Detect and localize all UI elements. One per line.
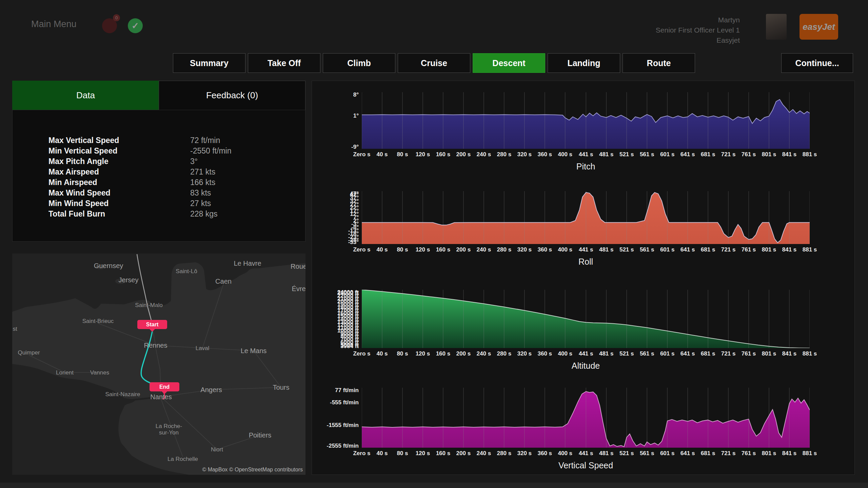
roll-area xyxy=(362,192,810,244)
altitude-area xyxy=(362,290,810,348)
chart-title: Pitch xyxy=(362,162,810,171)
y-axis-label: -9° xyxy=(312,144,359,150)
water-channel xyxy=(12,253,305,312)
x-axis-label: 881 s xyxy=(794,246,825,253)
altitude-plot xyxy=(362,290,810,348)
y-axis-label: -555 ft/min xyxy=(312,399,359,406)
stat-value: -2550 ft/min xyxy=(190,146,231,156)
stat-row: Max Vertical Speed72 ft/min xyxy=(13,135,305,146)
map-graphics xyxy=(12,253,305,475)
y-axis-label: -33° xyxy=(312,239,359,246)
main-menu-button[interactable]: Main Menu xyxy=(31,19,77,29)
y-axis-label: -2555 ft/min xyxy=(312,443,359,449)
stat-value: 72 ft/min xyxy=(190,136,220,145)
stat-row: Min Vertical Speed-2550 ft/min xyxy=(13,146,305,156)
avatar xyxy=(766,14,787,40)
stat-value: 271 kts xyxy=(190,167,215,177)
stat-label: Min Airspeed xyxy=(48,178,190,187)
stat-label: Min Wind Speed xyxy=(48,199,190,208)
y-axis-label: 1° xyxy=(312,113,359,119)
y-axis-label: 3984 ft xyxy=(312,343,359,350)
end-marker: End xyxy=(150,382,179,391)
chart-block-vertical-speed: 77 ft/min-555 ft/min-1555 ft/min-2555 ft… xyxy=(312,388,854,475)
tab-landing[interactable]: Landing xyxy=(548,53,620,73)
user-role: Senior First Officer Level 1 xyxy=(656,25,740,35)
stats-body: Max Vertical Speed72 ft/minMin Vertical … xyxy=(13,110,305,219)
stat-row: Max Airspeed271 kts xyxy=(13,167,305,177)
map-attribution: © MapBox © OpenStreetMap contributors xyxy=(202,467,303,473)
continue-button[interactable]: Continue... xyxy=(781,53,853,73)
charts-panel: 8°1°-9°Zero s40 s80 s120 s160 s200 s240 … xyxy=(312,81,855,475)
stat-value: 3° xyxy=(190,157,198,166)
stat-value: 83 kts xyxy=(190,188,211,198)
tab-feedback[interactable]: Feedback (0) xyxy=(159,81,305,110)
x-axis-label: 881 s xyxy=(794,450,825,457)
map-panel[interactable]: GuernseyJerseyLe HavreRoueSaint-LôCaenÉv… xyxy=(12,253,305,475)
x-axis-label: 881 s xyxy=(794,350,825,357)
water-biscay xyxy=(12,364,189,475)
chart-title: Altitude xyxy=(362,361,810,371)
tab-descent[interactable]: Descent xyxy=(473,53,545,73)
vertical-speed-area xyxy=(362,391,810,448)
notification-badge: 0 xyxy=(113,14,120,21)
easyjet-logo: easyJet xyxy=(800,14,838,40)
chart-block-pitch: 8°1°-9°Zero s40 s80 s120 s160 s200 s240 … xyxy=(312,92,854,176)
start-marker: Start xyxy=(137,320,167,329)
tab-data[interactable]: Data xyxy=(12,81,159,110)
pitch-area xyxy=(362,100,810,149)
stat-label: Max Vertical Speed xyxy=(48,136,190,145)
stat-label: Max Airspeed xyxy=(48,167,190,177)
tab-climb[interactable]: Climb xyxy=(323,53,395,73)
y-axis-label: -1555 ft/min xyxy=(312,422,359,429)
stat-label: Max Pitch Angle xyxy=(48,157,190,166)
tab-take-off[interactable]: Take Off xyxy=(248,53,320,73)
nav-tabs: SummaryTake OffClimbCruiseDescentLanding… xyxy=(173,53,695,73)
x-axis-label: 881 s xyxy=(794,151,825,158)
stat-row: Min Wind Speed27 kts xyxy=(13,198,305,209)
river-loire xyxy=(132,397,159,400)
stat-label: Min Vertical Speed xyxy=(48,146,190,156)
stat-value: 166 kts xyxy=(190,178,215,187)
chart-title: Vertical Speed xyxy=(362,461,810,470)
stats-panel: Max Vertical Speed72 ft/minMin Vertical … xyxy=(12,110,305,242)
tab-summary[interactable]: Summary xyxy=(173,53,245,73)
stat-label: Max Wind Speed xyxy=(48,188,190,198)
tab-cruise[interactable]: Cruise xyxy=(398,53,470,73)
y-axis-label: 77 ft/min xyxy=(312,387,359,394)
stat-value: 228 kgs xyxy=(190,209,218,219)
stat-row: Total Fuel Burn228 kgs xyxy=(13,209,305,219)
stat-row: Min Airspeed166 kts xyxy=(13,177,305,188)
user-name: Martyn xyxy=(656,15,740,25)
stat-row: Max Pitch Angle3° xyxy=(13,156,305,167)
check-icon[interactable]: ✓ xyxy=(128,18,143,33)
tab-route[interactable]: Route xyxy=(623,53,695,73)
island-guernsey xyxy=(96,265,105,269)
vertical-speed-plot xyxy=(362,388,810,448)
stat-value: 27 kts xyxy=(190,199,211,208)
chart-block-roll: 47°42°37°32°27°22°17°12°7°2°-3°-8°-13°-1… xyxy=(312,191,854,271)
roll-plot xyxy=(362,191,810,244)
chart-block-altitude: 24000 ft23000 ft22000 ft21000 ft20000 ft… xyxy=(312,290,854,375)
bottom-strip xyxy=(0,483,868,488)
user-info: Martyn Senior First Officer Level 1 Easy… xyxy=(656,15,740,45)
user-company: Easyjet xyxy=(656,35,740,45)
chart-title: Roll xyxy=(362,257,810,267)
stat-label: Total Fuel Burn xyxy=(48,209,190,219)
island-jersey xyxy=(115,279,126,284)
top-bar: Main Menu 0 ✓ Martyn Senior First Office… xyxy=(0,0,868,46)
pitch-plot xyxy=(362,92,810,149)
stat-row: Max Wind Speed83 kts xyxy=(13,188,305,198)
y-axis-label: 8° xyxy=(312,92,359,98)
